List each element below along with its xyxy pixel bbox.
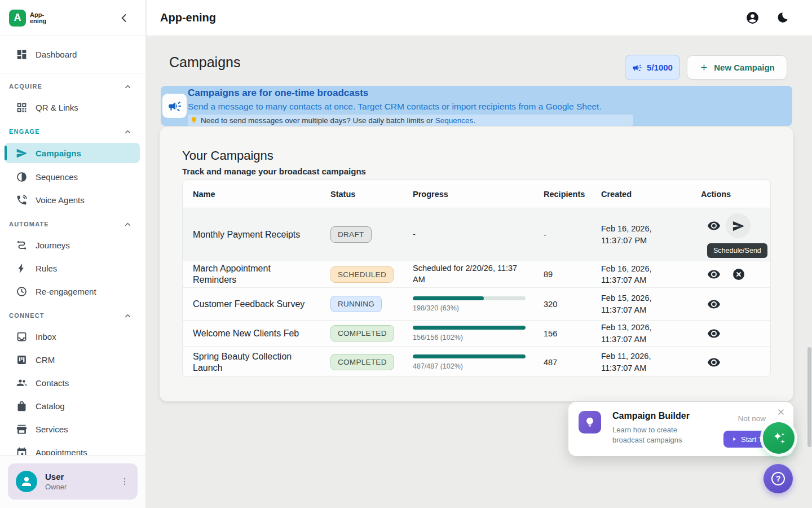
chevron-up-icon bbox=[123, 312, 132, 320]
col-progress: Progress bbox=[413, 190, 544, 199]
quota-badge[interactable]: 5/1000 bbox=[625, 55, 680, 80]
app-logo: A bbox=[9, 10, 26, 27]
table-row: Monthly Payment Receipts DRAFT - - Feb 1… bbox=[183, 208, 770, 261]
tooltip: Schedule/Send bbox=[707, 243, 767, 258]
sidebar-item-campaigns[interactable]: Campaigns bbox=[5, 143, 140, 163]
popup-title: Campaign Builder bbox=[612, 411, 690, 421]
main-content: Campaigns 5/1000 New Campaign Campaigns … bbox=[147, 36, 812, 508]
sidebar-item-re-engagement[interactable]: Re-engagement bbox=[0, 282, 145, 301]
page-header-title: App-ening bbox=[160, 11, 216, 24]
row-actions: Schedule/Send bbox=[701, 208, 770, 238]
recipients-value: 487 bbox=[544, 358, 601, 367]
route-icon bbox=[16, 239, 28, 251]
sidebar-header: A App- ening bbox=[0, 0, 145, 36]
sequences-link[interactable]: Sequences bbox=[435, 116, 474, 125]
campaign-builder-popup: Campaign Builder Learn how to create bro… bbox=[568, 402, 793, 456]
sidebar-item-voice-agents[interactable]: Voice Agents bbox=[0, 190, 145, 209]
sidebar: A App- ening Dashboard ACQUIRE QR & Link… bbox=[0, 0, 146, 508]
eye-icon[interactable] bbox=[707, 268, 721, 281]
banner-icon-box bbox=[162, 94, 187, 118]
card-title: Your Campaigns bbox=[182, 148, 273, 163]
sidebar-footer: User Owner bbox=[0, 455, 145, 508]
more-options-icon[interactable] bbox=[120, 475, 130, 488]
chevron-up-icon bbox=[123, 128, 132, 136]
progress-bar bbox=[413, 296, 526, 300]
account-circle-icon[interactable] bbox=[745, 11, 760, 25]
popup-body-line: broadcast campaigns bbox=[612, 436, 682, 444]
sidebar-item-qr-links[interactable]: QR & Links bbox=[0, 98, 145, 117]
sidebar-item-appointments[interactable]: Appointments bbox=[0, 443, 145, 455]
scrollbar-thumb[interactable] bbox=[807, 347, 811, 447]
schedule-send-button[interactable] bbox=[726, 213, 751, 238]
col-name: Name bbox=[193, 190, 330, 199]
person-icon bbox=[20, 475, 33, 488]
status-badge: SCHEDULED bbox=[330, 266, 394, 283]
sidebar-divider bbox=[0, 73, 145, 73]
clock-icon bbox=[16, 286, 28, 297]
sidebar-item-journeys[interactable]: Journeys bbox=[0, 235, 145, 255]
not-now-button[interactable]: Not now bbox=[738, 414, 766, 423]
chevron-up-icon bbox=[123, 82, 132, 91]
progress-bar-fill bbox=[413, 326, 526, 330]
progress-text: Scheduled for 2/20/26, 11:37 AM bbox=[413, 263, 528, 285]
info-banner: Campaigns are for one-time broadcasts Se… bbox=[161, 86, 792, 126]
send-icon bbox=[732, 220, 745, 233]
col-status: Status bbox=[330, 190, 413, 199]
eye-icon[interactable] bbox=[707, 356, 721, 369]
people-icon bbox=[16, 377, 28, 389]
user-role: Owner bbox=[45, 483, 120, 491]
section-header-acquire[interactable]: ACQUIRE bbox=[0, 82, 145, 91]
help-fab[interactable]: ? bbox=[764, 464, 793, 493]
sidebar-item-services[interactable]: Services bbox=[0, 419, 145, 439]
sidebar-nav: Dashboard ACQUIRE QR & Links ENGAGE Camp… bbox=[0, 36, 145, 455]
status-badge: COMPLETED bbox=[330, 354, 394, 370]
section-header-automate[interactable]: AUTOMATE bbox=[0, 220, 145, 229]
shopping-bag-icon bbox=[16, 400, 28, 412]
eye-icon[interactable] bbox=[707, 219, 721, 233]
created-value: Feb 13, 2026, 11:37:07 AM bbox=[601, 322, 660, 345]
created-value: Feb 16, 2026, 11:37:07 PM bbox=[601, 223, 660, 246]
section-header-engage[interactable]: ENGAGE bbox=[0, 127, 145, 136]
table-row: Customer Feedback Survey RUNNING 198/320… bbox=[183, 288, 770, 321]
lightbulb-badge bbox=[579, 411, 601, 433]
created-value: Feb 11, 2026, 11:37:07 AM bbox=[601, 351, 660, 374]
cancel-icon[interactable] bbox=[732, 268, 745, 281]
recipients-value: 320 bbox=[544, 300, 601, 309]
close-icon[interactable] bbox=[776, 408, 785, 417]
sidebar-item-sequences[interactable]: Sequences bbox=[0, 167, 145, 186]
calendar-icon bbox=[16, 446, 28, 456]
campaign-name: Monthly Payment Receipts bbox=[193, 229, 300, 240]
sparkles-icon bbox=[770, 430, 787, 446]
sidebar-item-crm[interactable]: CRM bbox=[0, 350, 145, 369]
campaign-name: March Appointment Reminders bbox=[193, 263, 308, 286]
progress-bar bbox=[413, 354, 526, 358]
top-header: App-ening bbox=[147, 0, 812, 36]
row-actions bbox=[701, 268, 770, 281]
dashboard-grid-icon bbox=[16, 49, 28, 60]
sidebar-item-contacts[interactable]: Contacts bbox=[0, 373, 145, 392]
recipients-value: - bbox=[544, 230, 601, 239]
sidebar-item-inbox[interactable]: Inbox bbox=[0, 327, 145, 346]
campaign-name: Welcome New Clients Feb bbox=[193, 328, 299, 339]
lightbulb-icon bbox=[190, 116, 198, 124]
row-actions bbox=[701, 356, 770, 369]
table-row: Welcome New Clients Feb COMPLETED 156/15… bbox=[183, 321, 770, 347]
moon-icon[interactable] bbox=[775, 11, 789, 25]
progress-bar bbox=[413, 326, 526, 330]
eye-icon[interactable] bbox=[707, 327, 721, 340]
chevron-up-icon bbox=[123, 220, 132, 229]
sidebar-item-dashboard[interactable]: Dashboard bbox=[0, 43, 145, 65]
eye-icon[interactable] bbox=[707, 297, 721, 311]
sidebar-item-catalog[interactable]: Catalog bbox=[0, 396, 145, 415]
lightbulb-icon bbox=[584, 417, 595, 428]
kanban-icon bbox=[16, 354, 28, 366]
sidebar-item-rules[interactable]: Rules bbox=[0, 259, 145, 278]
col-created: Created bbox=[601, 190, 701, 199]
sidebar-collapse-icon[interactable] bbox=[118, 12, 130, 24]
user-card[interactable]: User Owner bbox=[8, 463, 138, 500]
campaign-name: Spring Beauty Collection Launch bbox=[193, 351, 308, 374]
campaign-name: Customer Feedback Survey bbox=[193, 299, 304, 310]
new-campaign-button[interactable]: New Campaign bbox=[687, 55, 787, 80]
ai-assistant-fab[interactable] bbox=[763, 422, 795, 454]
section-header-connect[interactable]: CONNECT bbox=[0, 311, 145, 320]
